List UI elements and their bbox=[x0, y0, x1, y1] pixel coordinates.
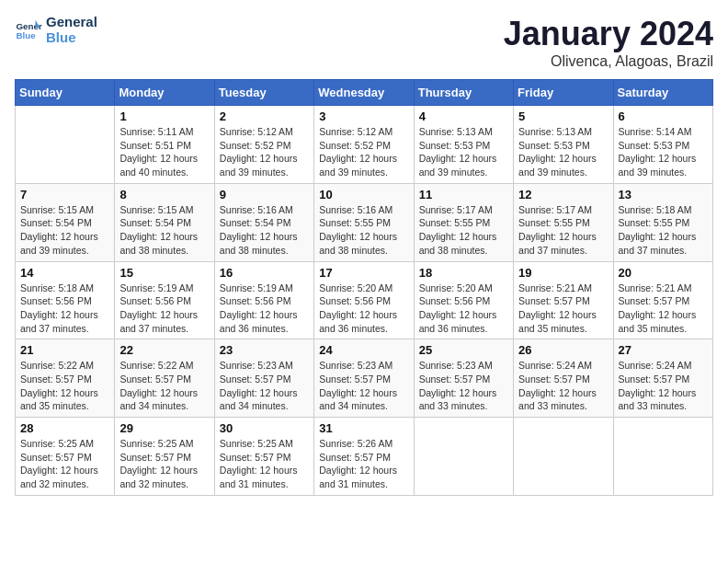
day-cell: 29Sunrise: 5:25 AMSunset: 5:57 PMDayligh… bbox=[115, 418, 214, 496]
day-cell: 17Sunrise: 5:20 AMSunset: 5:56 PMDayligh… bbox=[314, 261, 414, 339]
day-number: 1 bbox=[119, 109, 209, 123]
day-detail: Sunrise: 5:15 AMSunset: 5:54 PMDaylight:… bbox=[119, 203, 209, 258]
day-detail: Sunrise: 5:25 AMSunset: 5:57 PMDaylight:… bbox=[119, 437, 209, 491]
calendar-table: SundayMondayTuesdayWednesdayThursdayFrid… bbox=[15, 79, 713, 496]
day-detail: Sunrise: 5:18 AMSunset: 5:55 PMDaylight:… bbox=[619, 203, 708, 258]
day-cell: 20Sunrise: 5:21 AMSunset: 5:57 PMDayligh… bbox=[613, 261, 712, 339]
day-cell: 12Sunrise: 5:17 AMSunset: 5:55 PMDayligh… bbox=[514, 183, 613, 261]
logo-text-line1: General bbox=[46, 15, 97, 30]
day-number: 10 bbox=[319, 188, 408, 201]
day-cell bbox=[414, 418, 513, 496]
day-cell: 22Sunrise: 5:22 AMSunset: 5:57 PMDayligh… bbox=[115, 339, 214, 418]
week-row-2: 7Sunrise: 5:15 AMSunset: 5:54 PMDaylight… bbox=[16, 183, 713, 261]
logo: General Blue General Blue bbox=[15, 15, 97, 45]
weekday-header-wednesday: Wednesday bbox=[314, 80, 414, 106]
svg-text:Blue: Blue bbox=[17, 30, 37, 40]
day-number: 12 bbox=[518, 188, 608, 201]
day-number: 20 bbox=[619, 266, 708, 280]
day-number: 5 bbox=[518, 109, 608, 123]
logo-text-line2: Blue bbox=[46, 30, 97, 46]
day-number: 28 bbox=[20, 421, 109, 435]
day-cell: 10Sunrise: 5:16 AMSunset: 5:55 PMDayligh… bbox=[314, 183, 414, 261]
day-detail: Sunrise: 5:22 AMSunset: 5:57 PMDaylight:… bbox=[119, 359, 209, 413]
day-cell: 19Sunrise: 5:21 AMSunset: 5:57 PMDayligh… bbox=[514, 261, 613, 339]
day-number: 8 bbox=[119, 188, 209, 201]
day-number: 27 bbox=[619, 343, 708, 357]
day-detail: Sunrise: 5:12 AMSunset: 5:52 PMDaylight:… bbox=[319, 125, 408, 179]
day-cell: 18Sunrise: 5:20 AMSunset: 5:56 PMDayligh… bbox=[414, 261, 513, 339]
day-cell: 4Sunrise: 5:13 AMSunset: 5:53 PMDaylight… bbox=[414, 106, 513, 184]
day-cell: 11Sunrise: 5:17 AMSunset: 5:55 PMDayligh… bbox=[414, 183, 513, 261]
week-row-1: 1Sunrise: 5:11 AMSunset: 5:51 PMDaylight… bbox=[16, 106, 713, 184]
day-detail: Sunrise: 5:23 AMSunset: 5:57 PMDaylight:… bbox=[319, 359, 408, 413]
day-detail: Sunrise: 5:22 AMSunset: 5:57 PMDaylight:… bbox=[20, 359, 109, 413]
day-number: 6 bbox=[619, 109, 708, 123]
day-number: 9 bbox=[220, 188, 309, 201]
day-detail: Sunrise: 5:24 AMSunset: 5:57 PMDaylight:… bbox=[619, 359, 708, 413]
day-cell: 1Sunrise: 5:11 AMSunset: 5:51 PMDaylight… bbox=[115, 106, 214, 184]
day-number: 15 bbox=[119, 266, 209, 280]
week-row-5: 28Sunrise: 5:25 AMSunset: 5:57 PMDayligh… bbox=[16, 418, 713, 496]
day-number: 19 bbox=[518, 266, 608, 280]
day-number: 13 bbox=[619, 188, 708, 201]
day-cell: 25Sunrise: 5:23 AMSunset: 5:57 PMDayligh… bbox=[414, 339, 513, 418]
day-cell: 27Sunrise: 5:24 AMSunset: 5:57 PMDayligh… bbox=[613, 339, 712, 418]
day-detail: Sunrise: 5:18 AMSunset: 5:56 PMDaylight:… bbox=[20, 282, 109, 336]
page-header: General Blue General Blue January 2024 O… bbox=[15, 15, 713, 70]
day-cell: 13Sunrise: 5:18 AMSunset: 5:55 PMDayligh… bbox=[613, 183, 712, 261]
weekday-header-thursday: Thursday bbox=[414, 80, 513, 106]
day-detail: Sunrise: 5:23 AMSunset: 5:57 PMDaylight:… bbox=[419, 359, 508, 413]
day-cell: 28Sunrise: 5:25 AMSunset: 5:57 PMDayligh… bbox=[16, 418, 115, 496]
day-detail: Sunrise: 5:19 AMSunset: 5:56 PMDaylight:… bbox=[220, 282, 309, 336]
day-cell: 6Sunrise: 5:14 AMSunset: 5:53 PMDaylight… bbox=[613, 106, 712, 184]
weekday-header-friday: Friday bbox=[514, 80, 613, 106]
day-detail: Sunrise: 5:21 AMSunset: 5:57 PMDaylight:… bbox=[518, 282, 608, 336]
day-number: 31 bbox=[319, 421, 408, 435]
day-cell: 5Sunrise: 5:13 AMSunset: 5:53 PMDaylight… bbox=[514, 106, 613, 184]
day-cell: 7Sunrise: 5:15 AMSunset: 5:54 PMDaylight… bbox=[16, 183, 115, 261]
day-detail: Sunrise: 5:14 AMSunset: 5:53 PMDaylight:… bbox=[619, 125, 708, 179]
day-detail: Sunrise: 5:20 AMSunset: 5:56 PMDaylight:… bbox=[419, 282, 508, 336]
day-cell: 3Sunrise: 5:12 AMSunset: 5:52 PMDaylight… bbox=[314, 106, 414, 184]
day-cell: 16Sunrise: 5:19 AMSunset: 5:56 PMDayligh… bbox=[214, 261, 313, 339]
week-row-3: 14Sunrise: 5:18 AMSunset: 5:56 PMDayligh… bbox=[16, 261, 713, 339]
day-cell bbox=[514, 418, 613, 496]
day-detail: Sunrise: 5:12 AMSunset: 5:52 PMDaylight:… bbox=[220, 125, 309, 179]
weekday-header-sunday: Sunday bbox=[16, 80, 115, 106]
day-cell: 21Sunrise: 5:22 AMSunset: 5:57 PMDayligh… bbox=[16, 339, 115, 418]
day-cell: 31Sunrise: 5:26 AMSunset: 5:57 PMDayligh… bbox=[314, 418, 414, 496]
day-number: 11 bbox=[419, 188, 508, 201]
day-cell: 23Sunrise: 5:23 AMSunset: 5:57 PMDayligh… bbox=[214, 339, 313, 418]
day-detail: Sunrise: 5:17 AMSunset: 5:55 PMDaylight:… bbox=[419, 203, 508, 258]
day-detail: Sunrise: 5:19 AMSunset: 5:56 PMDaylight:… bbox=[119, 282, 209, 336]
day-detail: Sunrise: 5:25 AMSunset: 5:57 PMDaylight:… bbox=[220, 437, 309, 491]
day-number: 4 bbox=[419, 109, 508, 123]
week-row-4: 21Sunrise: 5:22 AMSunset: 5:57 PMDayligh… bbox=[16, 339, 713, 418]
day-detail: Sunrise: 5:17 AMSunset: 5:55 PMDaylight:… bbox=[518, 203, 608, 258]
day-number: 26 bbox=[518, 343, 608, 357]
day-cell: 26Sunrise: 5:24 AMSunset: 5:57 PMDayligh… bbox=[514, 339, 613, 418]
day-number: 18 bbox=[419, 266, 508, 280]
day-cell: 30Sunrise: 5:25 AMSunset: 5:57 PMDayligh… bbox=[214, 418, 313, 496]
day-cell: 15Sunrise: 5:19 AMSunset: 5:56 PMDayligh… bbox=[115, 261, 214, 339]
day-number: 7 bbox=[20, 188, 109, 201]
day-detail: Sunrise: 5:16 AMSunset: 5:54 PMDaylight:… bbox=[220, 203, 309, 258]
location-title: Olivenca, Alagoas, Brazil bbox=[504, 53, 713, 70]
day-cell: 2Sunrise: 5:12 AMSunset: 5:52 PMDaylight… bbox=[214, 106, 313, 184]
day-cell: 9Sunrise: 5:16 AMSunset: 5:54 PMDaylight… bbox=[214, 183, 313, 261]
day-cell bbox=[16, 106, 115, 184]
day-number: 25 bbox=[419, 343, 508, 357]
title-area: January 2024 Olivenca, Alagoas, Brazil bbox=[504, 15, 713, 70]
weekday-header-monday: Monday bbox=[115, 80, 214, 106]
day-detail: Sunrise: 5:13 AMSunset: 5:53 PMDaylight:… bbox=[518, 125, 608, 179]
weekday-header-saturday: Saturday bbox=[613, 80, 712, 106]
day-cell: 8Sunrise: 5:15 AMSunset: 5:54 PMDaylight… bbox=[115, 183, 214, 261]
day-number: 2 bbox=[220, 109, 309, 123]
day-detail: Sunrise: 5:15 AMSunset: 5:54 PMDaylight:… bbox=[20, 203, 109, 258]
day-detail: Sunrise: 5:24 AMSunset: 5:57 PMDaylight:… bbox=[518, 359, 608, 413]
day-number: 22 bbox=[119, 343, 209, 357]
day-detail: Sunrise: 5:16 AMSunset: 5:55 PMDaylight:… bbox=[319, 203, 408, 258]
day-detail: Sunrise: 5:25 AMSunset: 5:57 PMDaylight:… bbox=[20, 437, 109, 491]
day-cell: 24Sunrise: 5:23 AMSunset: 5:57 PMDayligh… bbox=[314, 339, 414, 418]
day-number: 3 bbox=[319, 109, 408, 123]
